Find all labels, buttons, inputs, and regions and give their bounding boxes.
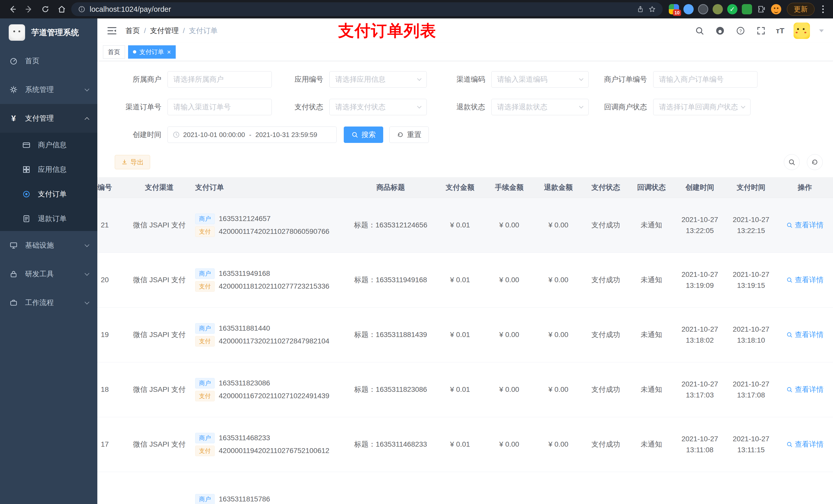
browser-back-button[interactable]	[6, 2, 20, 16]
date-end-value[interactable]: 2021-10-31 23:59:59	[255, 131, 317, 139]
search-icon	[786, 222, 793, 229]
view-detail-link[interactable]: 查看详情	[786, 439, 824, 449]
channel-order-no-input[interactable]	[168, 99, 272, 115]
col-status: 支付状态	[583, 177, 628, 198]
navbar: 首页 / 支付管理 / 支付订单 支付订单列表 ? тT	[97, 19, 833, 43]
search-button[interactable]: 搜索	[344, 126, 383, 143]
help-icon[interactable]: ?	[735, 25, 746, 37]
breadcrumb-section[interactable]: 支付管理	[150, 26, 179, 35]
extension-olive-icon[interactable]	[713, 4, 723, 14]
document-icon	[22, 214, 31, 223]
pay-status-select[interactable]: 请选择支付状态	[329, 99, 427, 115]
refresh-table-button[interactable]	[807, 154, 823, 170]
fullscreen-icon[interactable]	[755, 25, 767, 37]
sidebar-item-payment[interactable]: ¥ 支付管理	[0, 104, 97, 133]
col-title: 商品标题	[346, 177, 435, 198]
font-size-icon[interactable]: тT	[776, 26, 784, 35]
sidebar-item-app-info[interactable]: 应用信息	[0, 157, 97, 182]
extension-green-square-icon[interactable]	[742, 4, 752, 14]
bookmark-star-icon[interactable]	[648, 5, 656, 13]
merchant-order-no-input[interactable]	[653, 71, 757, 88]
dashboard-icon	[9, 56, 19, 66]
merchant-tag: 商户	[195, 268, 215, 279]
merchant-input[interactable]	[168, 71, 272, 88]
merchant-order-no-field[interactable]	[659, 75, 752, 83]
col-amount: 支付金额	[435, 177, 485, 198]
refund-status-select[interactable]: 请选择退款状态	[491, 99, 589, 115]
url-text[interactable]: localhost:1024/pay/order	[90, 5, 171, 14]
filter-label: 应用编号	[269, 74, 329, 84]
col-refund: 退款金额	[534, 177, 583, 198]
toggle-search-button[interactable]	[784, 154, 800, 170]
channel-code-select[interactable]: 请输入渠道编码	[491, 71, 589, 88]
caret-down-icon[interactable]	[819, 29, 824, 32]
user-avatar[interactable]	[793, 23, 810, 39]
share-icon[interactable]	[637, 5, 644, 13]
export-button[interactable]: 导出	[115, 155, 150, 169]
close-icon[interactable]: ×	[167, 49, 171, 55]
date-range-picker[interactable]: 2021-10-01 00:00:00 - 2021-10-31 23:59:5…	[168, 126, 337, 143]
chevron-down-icon	[579, 104, 584, 109]
view-detail-link[interactable]: 查看详情	[786, 220, 824, 230]
notify-status-select[interactable]: 请选择订单回调商户状态	[653, 99, 751, 115]
date-start-value[interactable]: 2021-10-01 00:00:00	[183, 131, 245, 139]
extensions-puzzle-icon[interactable]	[756, 4, 767, 14]
tag-home[interactable]: 首页	[103, 45, 125, 58]
view-detail-link[interactable]: 查看详情	[786, 275, 824, 285]
extension-dark-icon[interactable]	[698, 4, 708, 14]
briefcase-icon	[9, 298, 19, 308]
filter-label: 支付状态	[269, 102, 329, 112]
app-logo[interactable]: 芋道管理系统	[0, 19, 97, 47]
browser-home-button[interactable]	[55, 2, 69, 16]
breadcrumb-home[interactable]: 首页	[125, 26, 140, 35]
filter-field-create-time: 创建时间 2021-10-01 00:00:00 - 2021-10-31 23…	[108, 126, 823, 143]
sidebar-item-refund-order[interactable]: 退款订单	[0, 207, 97, 231]
reset-button[interactable]: 重置	[389, 126, 429, 143]
app-select[interactable]: 请选择应用信息	[329, 71, 427, 88]
sidebar-item-pay-order[interactable]: 支付订单	[0, 182, 97, 207]
filter-field-notify-status: 回调商户状态 请选择订单回调商户状态	[593, 99, 751, 115]
sidebar-item-home[interactable]: 首页	[0, 47, 97, 75]
sidebar-item-workflow[interactable]: 工作流程	[0, 288, 97, 317]
filter-label: 商户订单编号	[593, 74, 653, 84]
filter-field-channel-order-no: 渠道订单号	[108, 99, 265, 115]
search-icon	[788, 158, 795, 166]
filter-field-channel-code: 渠道编码 请输入渠道编码	[431, 71, 589, 88]
tags-view: 首页 支付订单 ×	[97, 43, 833, 61]
channel-order-no-field[interactable]	[173, 103, 266, 111]
logo-avatar	[9, 24, 25, 41]
target-icon	[22, 189, 31, 199]
tag-pay-order[interactable]: 支付订单 ×	[128, 45, 176, 58]
extension-colorful-icon[interactable]: 10	[669, 4, 679, 14]
filter-field-merchant: 所属商户	[108, 71, 265, 88]
sidebar-item-dev-tools[interactable]: 研发工具	[0, 260, 97, 288]
sidebar-item-system[interactable]: 系统管理	[0, 75, 97, 104]
merchant-input-field[interactable]	[173, 75, 266, 83]
view-detail-link[interactable]: 查看详情	[786, 385, 824, 394]
browser-menu-icon[interactable]	[819, 5, 827, 13]
extension-check-icon[interactable]: ✓	[727, 4, 737, 14]
chevron-down-icon	[417, 77, 422, 81]
filter-field-pay-status: 支付状态 请选择支付状态	[269, 99, 427, 115]
github-icon[interactable]	[714, 25, 726, 37]
chevron-down-icon	[579, 77, 584, 81]
active-dot	[133, 50, 136, 53]
filter-form: 所属商户 应用编号 请选择应用信息 渠道编码 请输入渠道编码	[108, 71, 823, 115]
browser-reload-button[interactable]	[39, 2, 52, 16]
search-icon	[351, 131, 358, 138]
merchant-tag: 商户	[195, 323, 215, 334]
address-bar[interactable]: localhost:1024/pay/order	[71, 2, 663, 16]
search-icon[interactable]	[694, 25, 705, 37]
browser-forward-button[interactable]	[22, 2, 36, 16]
extension-drop-icon[interactable]	[684, 4, 694, 14]
col-notify: 回调状态	[628, 177, 674, 198]
info-icon[interactable]	[78, 5, 86, 13]
profile-avatar-icon[interactable]	[771, 4, 781, 14]
view-detail-link[interactable]: 查看详情	[786, 330, 824, 340]
filter-field-app: 应用编号 请选择应用信息	[269, 71, 427, 88]
sidebar-item-infrastructure[interactable]: 基础设施	[0, 231, 97, 260]
sidebar-toggle-icon[interactable]	[106, 25, 117, 36]
grid-icon	[22, 165, 31, 174]
browser-update-button[interactable]: 更新	[787, 3, 814, 16]
sidebar-item-merchant-info[interactable]: 商户信息	[0, 133, 97, 157]
